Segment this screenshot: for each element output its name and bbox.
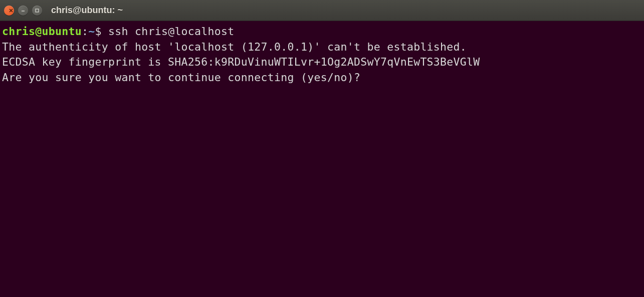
window-title: chris@ubuntu: ~ <box>51 5 123 16</box>
output-line-1: The authenticity of host 'localhost (127… <box>2 41 467 53</box>
output-line-2: ECDSA key fingerprint is SHA256:k9RDuVin… <box>2 56 480 68</box>
minimize-button[interactable] <box>18 6 28 16</box>
maximize-button[interactable] <box>32 6 42 16</box>
prompt-colon: : <box>82 25 88 38</box>
terminal-area[interactable]: chris@ubuntu:~$ ssh chris@localhost The … <box>0 21 644 88</box>
close-button[interactable] <box>4 6 14 16</box>
prompt-path: ~ <box>88 25 95 38</box>
svg-rect-3 <box>36 9 39 12</box>
output-line-3: Are you sure you want to continue connec… <box>2 71 367 84</box>
window-titlebar: chris@ubuntu: ~ <box>0 0 644 21</box>
prompt-userhost: chris@ubuntu <box>2 25 82 38</box>
prompt-dollar: $ <box>95 25 101 38</box>
maximize-icon <box>35 8 40 13</box>
close-icon <box>9 8 14 13</box>
window-controls <box>4 6 42 16</box>
minimize-icon <box>21 8 26 13</box>
command-text: ssh chris@localhost <box>108 25 235 38</box>
